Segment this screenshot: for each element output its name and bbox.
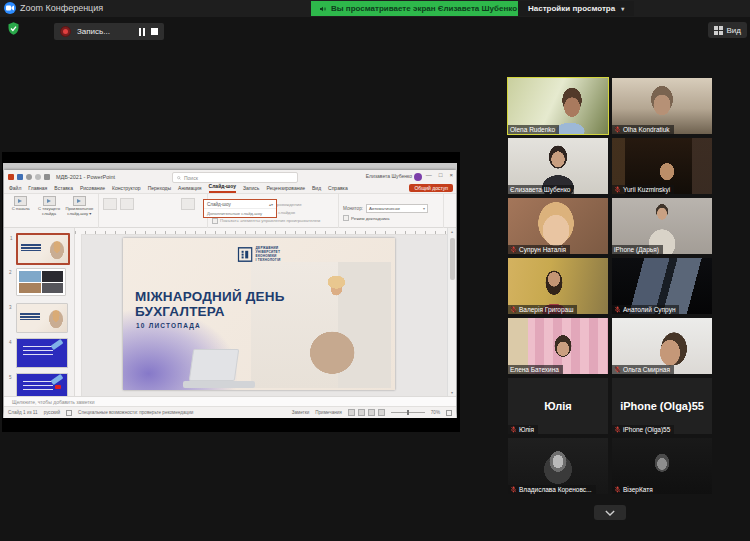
chevron-down-icon	[605, 510, 615, 516]
fit-to-window-icon[interactable]	[446, 410, 452, 416]
slide-thumbnail-panel[interactable]: 1 2 3 4 5	[4, 228, 75, 396]
popup-line2[interactable]: Дополнительные слайд-шоу	[204, 209, 276, 217]
participant-nameplate: Владислава Кореновс...	[508, 485, 596, 494]
tab-insert[interactable]: Вставка	[54, 185, 73, 193]
participant-tile[interactable]: Анатолий Супрун	[612, 258, 712, 314]
spinner-arrows-icon[interactable]: ▴▾	[269, 202, 273, 207]
slideshow-icon	[14, 196, 27, 206]
setup-slideshow-icon[interactable]	[103, 198, 117, 210]
muted-mic-icon	[510, 486, 517, 493]
custom-slideshow-button[interactable]: Произвольное слайд-шоу ▾	[65, 196, 94, 229]
tab-help[interactable]: Справка	[328, 185, 348, 193]
tab-transitions[interactable]: Переходы	[148, 185, 171, 193]
scroll-up-icon[interactable]: ▴	[448, 229, 456, 234]
slide-thumbnail-5[interactable]: 5	[16, 373, 68, 396]
accessibility-status[interactable]: Специальные возможности: проверьте реком…	[78, 410, 193, 415]
participant-tile[interactable]: iPhone (Olga)55 iPhone (Olga)55	[612, 378, 712, 434]
participant-tile[interactable]: Валерія Григораш	[508, 258, 608, 314]
tab-file[interactable]: Файл	[9, 185, 21, 193]
tab-record[interactable]: Запись	[243, 185, 259, 193]
more-participants-button[interactable]	[594, 505, 626, 520]
horizontal-ruler	[75, 228, 448, 235]
participant-tile[interactable]: iPhone (Дарья)	[612, 198, 712, 254]
participant-tile[interactable]: Ольга Смирная	[612, 318, 712, 374]
tab-draw[interactable]: Рисование	[80, 185, 105, 193]
monitor-select[interactable]: Автоматически ▾	[366, 204, 428, 213]
participant-nameplate: Супрун Наталія	[508, 245, 570, 254]
current-slide[interactable]: ДЕРЖАВНИЙ УНІВЕРСИТЕТ ЕКОНОМІКИ І ТЕХНОЛ…	[123, 238, 395, 390]
view-switcher[interactable]	[348, 409, 385, 416]
print-icon[interactable]	[44, 174, 50, 180]
tab-design[interactable]: Конструктор	[112, 185, 141, 193]
muted-mic-icon	[614, 306, 621, 313]
hide-slide-icon[interactable]	[120, 198, 134, 210]
slide-thumbnail-1[interactable]: 1	[16, 233, 70, 265]
participant-tile[interactable]: Супрун Наталія	[508, 198, 608, 254]
zoom-slider[interactable]	[391, 412, 425, 413]
scroll-down-icon[interactable]: ▾	[448, 390, 456, 395]
university-logo-icon	[238, 247, 253, 262]
redo-icon[interactable]	[35, 174, 41, 180]
tab-home[interactable]: Главная	[28, 185, 47, 193]
accessibility-icon	[66, 410, 72, 416]
university-logo: ДЕРЖАВНИЙ УНІВЕРСИТЕТ ЕКОНОМІКИ І ТЕХНОЛ…	[238, 246, 281, 262]
zoom-slider-thumb[interactable]	[407, 410, 409, 415]
slideshow-dropdown-popup[interactable]: Слайд-шоу ▴▾ Дополнительные слайд-шоу	[203, 199, 277, 218]
participant-tile[interactable]: Владислава Кореновс...	[508, 438, 608, 494]
view-settings-button[interactable]: Настройки просмотра ▾	[518, 1, 634, 16]
view-button-label: Вид	[727, 26, 741, 35]
checkbox-presenter-view[interactable]: Режим докладчика	[343, 215, 428, 221]
monitor-value: Автоматически	[369, 206, 400, 211]
maximize-button[interactable]: □	[439, 172, 443, 178]
ribbon-tabs: Файл Главная Вставка Рисование Конструкт…	[4, 183, 456, 194]
pause-recording-button[interactable]	[139, 28, 145, 36]
security-shield-icon[interactable]	[6, 21, 21, 40]
slide-thumbnail-2[interactable]: 2	[16, 268, 66, 296]
participant-tile[interactable]: Юлія Юлія	[508, 378, 608, 434]
undo-icon[interactable]	[26, 174, 32, 180]
muted-mic-icon	[614, 366, 621, 373]
participant-nameplate: Юлія	[508, 425, 538, 434]
popup-line1: Слайд-шоу	[207, 202, 231, 207]
scrollbar-thumb[interactable]	[450, 238, 455, 280]
stop-recording-button[interactable]	[151, 28, 158, 35]
account-avatar[interactable]	[414, 173, 422, 181]
muted-mic-icon	[510, 306, 517, 313]
share-access-button[interactable]: Общий доступ	[409, 184, 453, 192]
participant-tile[interactable]: ВізерКатя	[612, 438, 712, 494]
comments-toggle[interactable]: Примечания	[315, 410, 342, 415]
language-indicator[interactable]: русский	[44, 410, 60, 415]
canvas-scrollbar[interactable]: ▴ ▾	[447, 228, 456, 396]
chevron-down-icon: ▾	[621, 5, 624, 12]
close-button[interactable]: ×	[449, 172, 453, 178]
recording-label: Запись...	[77, 27, 133, 36]
checkbox-show-media-controls[interactable]: Показать элементы управления проигрывате…	[212, 218, 320, 224]
participant-nameplate: iPhone (Olga)55	[612, 425, 674, 434]
account-name[interactable]: Елизавета Шубенко	[366, 173, 412, 179]
slide-subtitle: 10 ЛИСТОПАДА	[136, 322, 201, 329]
slide-thumbnail-3[interactable]: 3	[16, 303, 68, 333]
tab-animations[interactable]: Анимация	[178, 185, 201, 193]
powerpoint-statusbar: Слайд 1 из 11 русский Специальные возмож…	[4, 406, 456, 418]
record-slideshow-icon[interactable]	[181, 198, 195, 210]
notes-area[interactable]: Щелкните, чтобы добавить заметки	[4, 396, 456, 406]
save-icon[interactable]	[17, 174, 23, 180]
slide-thumbnail-4[interactable]: 4	[16, 338, 68, 368]
tab-slideshow[interactable]: Слайд-шоу	[209, 183, 236, 193]
participant-tile[interactable]: Елена Батехина	[508, 318, 608, 374]
search-input[interactable]: Поиск	[172, 172, 298, 183]
participant-tile[interactable]: Olha Kondratiuk	[612, 78, 712, 134]
tab-view[interactable]: Вид	[312, 185, 321, 193]
zoom-percentage[interactable]: 70%	[431, 410, 440, 415]
view-button[interactable]: Вид	[708, 22, 747, 38]
participant-tile[interactable]: Єлизавета Шубенко	[508, 138, 608, 194]
participant-tile[interactable]: Olena Rudenko	[508, 78, 608, 134]
notes-toggle[interactable]: Заметки	[292, 410, 310, 415]
participant-tile[interactable]: Yurii Kuzminskyi	[612, 138, 712, 194]
participant-display-name: Юлія	[544, 400, 572, 412]
minimize-button[interactable]: —	[426, 172, 432, 178]
from-current-slide-button[interactable]: С текущего слайда	[36, 196, 61, 229]
tab-review[interactable]: Рецензирование	[266, 185, 305, 193]
quick-access-toolbar[interactable]	[8, 174, 50, 180]
from-beginning-button[interactable]: С начала	[8, 196, 33, 229]
